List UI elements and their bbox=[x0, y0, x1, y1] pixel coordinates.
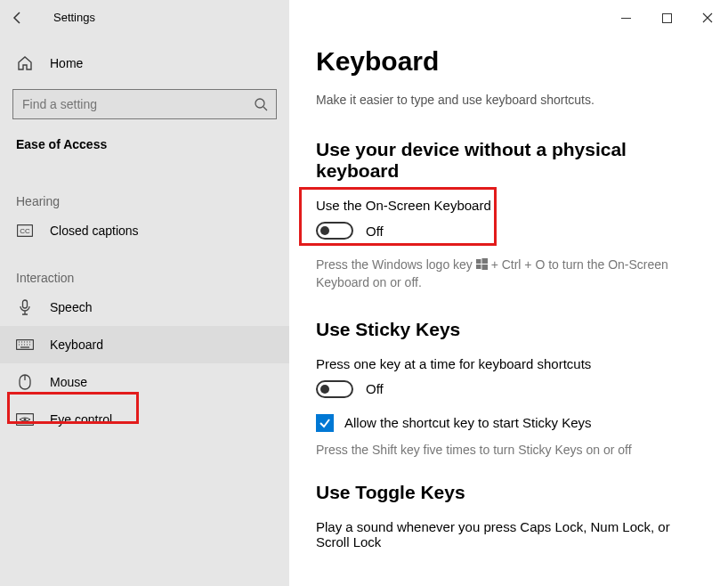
sidebar-item-label: Speech bbox=[50, 300, 92, 314]
osc-toggle[interactable] bbox=[316, 222, 353, 240]
page-title: Keyboard bbox=[316, 46, 701, 77]
svg-rect-25 bbox=[476, 265, 481, 269]
sidebar-item-speech[interactable]: Speech bbox=[0, 289, 289, 326]
arrow-left-icon bbox=[11, 11, 25, 25]
osc-hint: Press the Windows logo key + Ctrl + O to… bbox=[316, 256, 701, 292]
sidebar-item-label: Closed captions bbox=[50, 224, 139, 238]
page-subtitle: Make it easier to type and use keyboard … bbox=[316, 93, 701, 107]
back-button[interactable] bbox=[0, 0, 36, 36]
sidebar-item-eye-control[interactable]: Eye control bbox=[0, 401, 289, 438]
sticky-state: Off bbox=[366, 381, 384, 396]
search-input[interactable] bbox=[13, 96, 246, 112]
sidebar: Home Ease of Access Hearing CC Closed ca… bbox=[0, 0, 289, 586]
maximize-button[interactable] bbox=[646, 4, 687, 32]
checkmark-icon bbox=[319, 417, 331, 429]
main-content: Keyboard Make it easier to type and use … bbox=[289, 0, 728, 586]
sticky-hint: Press the Shift key five times to turn S… bbox=[316, 441, 701, 459]
sticky-shortcut-checkbox[interactable] bbox=[316, 414, 334, 432]
osc-state: Off bbox=[366, 224, 384, 239]
svg-rect-1 bbox=[662, 13, 671, 22]
section-heading-no-physical: Use your device without a physical keybo… bbox=[316, 139, 701, 182]
toggle-desc: Play a sound whenever you press Caps Loc… bbox=[316, 519, 701, 549]
svg-line-3 bbox=[263, 107, 267, 110]
group-label-interaction: Interaction bbox=[0, 264, 289, 289]
closed-captions-icon: CC bbox=[16, 224, 34, 237]
svg-rect-23 bbox=[476, 259, 481, 264]
sticky-desc: Press one key at a time for keyboard sho… bbox=[316, 356, 701, 371]
sidebar-item-closed-captions[interactable]: CC Closed captions bbox=[0, 212, 289, 249]
group-label-hearing: Hearing bbox=[0, 187, 289, 212]
close-button[interactable] bbox=[687, 4, 728, 32]
sidebar-item-mouse[interactable]: Mouse bbox=[0, 363, 289, 401]
search-icon bbox=[246, 89, 276, 119]
sidebar-item-home[interactable]: Home bbox=[0, 45, 289, 82]
section-heading-sticky: Use Sticky Keys bbox=[316, 319, 701, 340]
section-label: Ease of Access bbox=[0, 137, 289, 151]
eye-control-icon bbox=[16, 413, 34, 426]
sidebar-item-label: Home bbox=[50, 56, 83, 70]
minimize-button[interactable] bbox=[605, 4, 646, 32]
sticky-checkbox-label: Allow the shortcut key to start Sticky K… bbox=[344, 415, 592, 430]
svg-point-2 bbox=[255, 99, 264, 108]
svg-text:CC: CC bbox=[20, 227, 30, 235]
windows-logo-icon bbox=[476, 258, 488, 270]
minimize-icon bbox=[621, 13, 631, 23]
close-icon bbox=[702, 12, 713, 23]
window-controls bbox=[605, 4, 728, 32]
svg-rect-6 bbox=[23, 300, 28, 308]
search-box[interactable] bbox=[12, 89, 277, 119]
sidebar-item-label: Eye control bbox=[50, 412, 112, 427]
sidebar-item-label: Keyboard bbox=[50, 338, 103, 352]
window-title: Settings bbox=[36, 0, 271, 36]
section-heading-toggle-keys: Use Toggle Keys bbox=[316, 482, 701, 503]
maximize-icon bbox=[662, 13, 672, 23]
sidebar-item-keyboard[interactable]: Keyboard bbox=[0, 326, 289, 363]
home-icon bbox=[16, 55, 34, 71]
osc-label: Use the On-Screen Keyboard bbox=[316, 198, 701, 213]
sidebar-item-label: Mouse bbox=[50, 375, 87, 389]
microphone-icon bbox=[16, 299, 34, 315]
svg-point-22 bbox=[24, 419, 27, 421]
sticky-toggle[interactable] bbox=[316, 380, 353, 398]
mouse-icon bbox=[16, 374, 34, 390]
keyboard-icon bbox=[16, 339, 34, 350]
